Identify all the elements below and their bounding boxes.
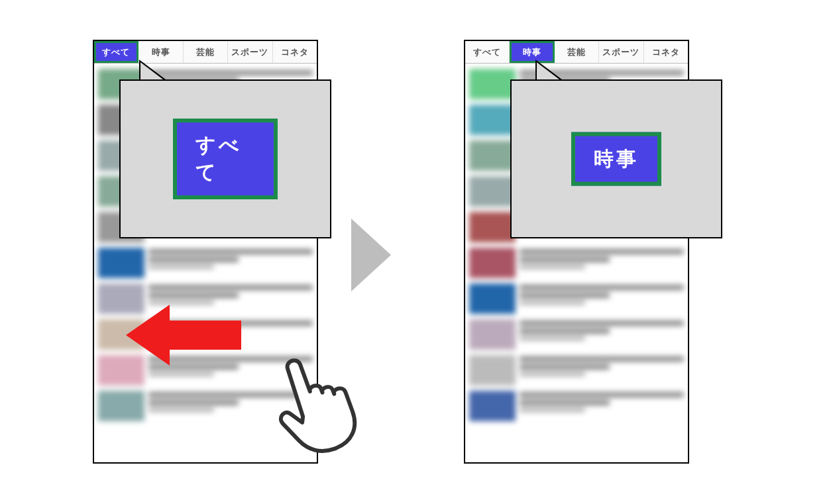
tab-bar: すべて 時事 芸能 スポーツ コネタ (465, 41, 688, 64)
tab-entertainment[interactable]: 芸能 (184, 41, 228, 63)
tab-all[interactable]: すべて (94, 41, 138, 63)
callout-active-tab-badge: すべて (173, 119, 278, 199)
transition-chevron-icon (351, 219, 391, 291)
tab-sports[interactable]: スポーツ (228, 41, 272, 63)
tab-sports[interactable]: スポーツ (599, 41, 643, 63)
callout-active-tab-badge: 時事 (571, 132, 661, 186)
tab-koneta[interactable]: コネタ (273, 41, 317, 63)
tab-bar: すべて 時事 芸能 スポーツ コネタ (94, 41, 317, 64)
swipe-hand-cursor-icon (252, 338, 384, 470)
callout-before: すべて (119, 79, 331, 238)
callout-after: 時事 (510, 79, 722, 238)
tab-koneta[interactable]: コネタ (644, 41, 688, 63)
tab-all[interactable]: すべて (465, 41, 510, 63)
